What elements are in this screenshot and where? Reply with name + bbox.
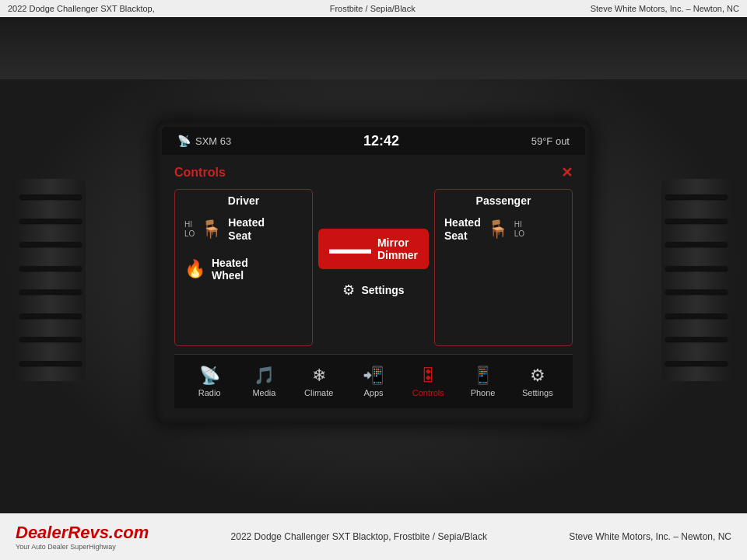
settings-button[interactable]: ⚙ Settings xyxy=(331,274,415,306)
nav-controls[interactable]: 🎛 Controls xyxy=(405,362,451,401)
logo-main: DealerRevs.com xyxy=(16,523,149,543)
vent-slot xyxy=(19,361,82,366)
temperature: 59°F out xyxy=(531,135,570,147)
nav-apps[interactable]: 📲 Apps xyxy=(350,362,397,401)
climate-nav-icon: ❄ xyxy=(312,366,326,386)
vent-slot xyxy=(19,266,82,271)
content-panels: Driver HI LO 🪑 HeatedSeat 🔥 xyxy=(174,189,573,346)
vent-slot xyxy=(665,266,728,271)
radio-icon: 📡 xyxy=(177,135,191,147)
nav-climate[interactable]: ❄ Climate xyxy=(296,362,342,401)
vent-slot xyxy=(665,242,728,247)
clock: 12:42 xyxy=(363,133,399,149)
hi-lo-indicator: HI LO xyxy=(184,220,195,239)
bottom-bar: DealerRevs.com Your Auto Dealer SuperHig… xyxy=(0,513,747,560)
vent-slot xyxy=(665,194,728,199)
right-vent xyxy=(661,179,731,381)
top-dealer: Steve White Motors, Inc. – Newton, NC xyxy=(591,4,739,13)
passenger-seat-icon: 🪑 xyxy=(487,219,508,240)
controls-nav-icon: 🎛 xyxy=(419,366,437,386)
mirror-icon: ▬▬▬ xyxy=(329,241,371,257)
left-vent xyxy=(16,179,86,381)
settings-nav-label: Settings xyxy=(522,388,553,397)
driver-title: Driver xyxy=(181,194,306,207)
radio-nav-icon: 📡 xyxy=(199,366,220,386)
controls-header: Controls ✕ xyxy=(174,164,573,181)
media-nav-label: Media xyxy=(252,388,275,397)
status-bar: 📡 SXM 63 12:42 59°F out xyxy=(162,127,585,155)
main-content: Controls ✕ Driver HI LO xyxy=(162,155,585,418)
vent-slot xyxy=(19,194,82,199)
apps-nav-icon: 📲 xyxy=(363,366,384,386)
heated-seat-icon: 🪑 xyxy=(201,219,222,240)
mirror-dimmer-label: Mirror Dimmer xyxy=(377,236,418,261)
climate-nav-label: Climate xyxy=(304,388,333,397)
top-metadata-bar: 2022 Dodge Challenger SXT Blacktop, Fros… xyxy=(0,0,747,17)
controls-nav-label: Controls xyxy=(412,388,444,397)
phone-nav-icon: 📱 xyxy=(472,366,493,386)
vent-slot xyxy=(665,313,728,318)
nav-radio[interactable]: 📡 Radio xyxy=(186,362,233,401)
screen-bezel: 📡 SXM 63 12:42 59°F out Controls ✕ Drive… xyxy=(156,121,591,424)
passenger-heated-seat-label: HeatedSeat xyxy=(444,216,481,243)
vent-slot xyxy=(19,289,82,294)
passenger-heated-seat-control[interactable]: HeatedSeat 🪑 HI LO xyxy=(441,212,566,247)
top-car-title: 2022 Dodge Challenger SXT Blacktop, xyxy=(8,4,155,13)
passenger-title: Passenger xyxy=(441,194,566,207)
heated-seat-control[interactable]: HI LO 🪑 HeatedSeat xyxy=(181,212,306,247)
vent-slot xyxy=(665,289,728,294)
radio-nav-label: Radio xyxy=(198,388,221,397)
vent-slot xyxy=(665,337,728,341)
infotainment-screen: 📡 SXM 63 12:42 59°F out Controls ✕ Drive… xyxy=(162,127,585,418)
top-trim: Frostbite / Sepia/Black xyxy=(330,4,416,13)
nav-media[interactable]: 🎵 Media xyxy=(240,362,287,401)
settings-gear-icon: ⚙ xyxy=(342,282,355,299)
dealer-logo: DealerRevs.com Your Auto Dealer SuperHig… xyxy=(16,523,149,551)
vent-slot xyxy=(19,242,82,247)
controls-title: Controls xyxy=(174,166,226,180)
logo-sub: Your Auto Dealer SuperHighway xyxy=(16,543,116,551)
nav-bar: 📡 Radio 🎵 Media ❄ Climate 📲 Apps xyxy=(174,354,573,408)
passenger-hi-lo: HI LO xyxy=(514,220,524,239)
settings-label: Settings xyxy=(361,284,404,296)
mirror-dimmer-button[interactable]: ▬▬▬ Mirror Dimmer xyxy=(318,229,429,269)
bottom-car-info: 2022 Dodge Challenger SXT Blacktop, Fros… xyxy=(231,531,487,542)
bottom-dealer-info: Steve White Motors, Inc. – Newton, NC xyxy=(569,531,731,542)
vent-slot xyxy=(19,337,82,341)
vent-slot xyxy=(19,313,82,318)
heated-wheel-control[interactable]: 🔥 HeatedWheel xyxy=(181,252,306,288)
media-nav-icon: 🎵 xyxy=(254,366,275,386)
radio-station: SXM 63 xyxy=(195,135,231,147)
close-button[interactable]: ✕ xyxy=(561,164,573,181)
screen-container: 📡 SXM 63 12:42 59°F out Controls ✕ Drive… xyxy=(156,121,591,424)
nav-phone[interactable]: 📱 Phone xyxy=(460,362,507,401)
heated-wheel-icon: 🔥 xyxy=(184,259,205,279)
center-controls: ▬▬▬ Mirror Dimmer ⚙ Settings xyxy=(319,189,428,346)
heated-seat-label: HeatedSeat xyxy=(228,216,265,243)
vent-slot xyxy=(19,219,82,223)
heated-wheel-label: HeatedWheel xyxy=(212,257,248,283)
status-left: 📡 SXM 63 xyxy=(177,135,231,147)
vent-slot xyxy=(665,219,728,223)
driver-panel: Driver HI LO 🪑 HeatedSeat 🔥 xyxy=(174,189,313,346)
vent-slot xyxy=(665,361,728,366)
nav-settings[interactable]: ⚙ Settings xyxy=(514,362,561,401)
dashboard-top xyxy=(0,17,747,79)
phone-nav-label: Phone xyxy=(471,388,496,397)
settings-nav-icon: ⚙ xyxy=(530,366,545,386)
passenger-panel: Passenger HeatedSeat 🪑 HI LO xyxy=(434,189,573,346)
apps-nav-label: Apps xyxy=(363,388,383,397)
